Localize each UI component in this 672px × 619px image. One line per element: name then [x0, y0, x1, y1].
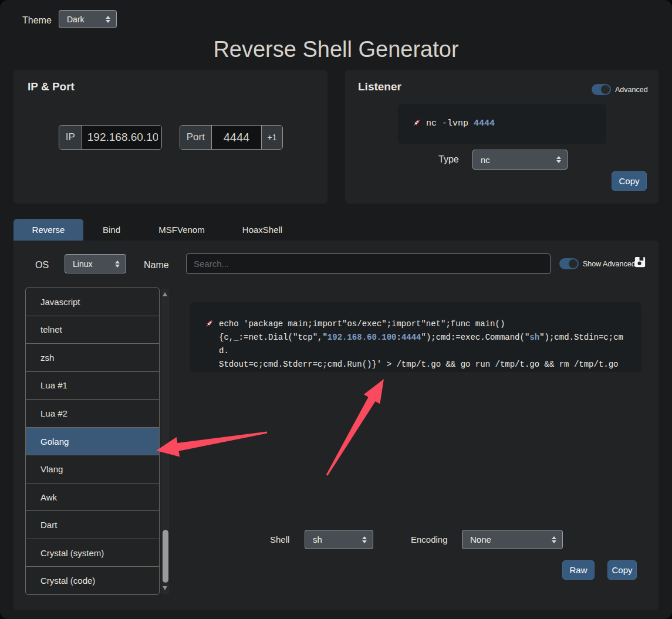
- port-increment-button[interactable]: +1: [261, 126, 282, 149]
- shell-list: Javascript telnet zsh Lua #1 Lua #2 Gola…: [25, 287, 160, 595]
- port-input-group: Port +1: [180, 125, 283, 150]
- page-title: Reverse Shell Generator: [0, 37, 672, 62]
- listener-type-select[interactable]: nc: [472, 150, 568, 170]
- theme-label: Theme: [22, 15, 52, 26]
- listener-advanced-toggle[interactable]: [592, 84, 611, 95]
- scroll-up-icon[interactable]: [163, 292, 167, 296]
- show-advanced-toggle[interactable]: [559, 258, 579, 269]
- raw-button[interactable]: Raw: [562, 560, 595, 580]
- show-advanced-label: Show Advanced: [583, 260, 636, 268]
- os-select[interactable]: Linux: [65, 254, 126, 273]
- save-icon[interactable]: [633, 255, 647, 269]
- ip-port-card: IP & Port IP Port +1: [13, 70, 327, 204]
- name-label: Name: [144, 260, 169, 270]
- payload-command-text: echo 'package main;import"os/exec";impor…: [219, 317, 630, 371]
- port-input-label: Port: [180, 126, 212, 149]
- list-item[interactable]: Crystal (system): [26, 539, 159, 567]
- theme-select[interactable]: Dark: [59, 10, 117, 28]
- list-item[interactable]: Javascript: [26, 288, 159, 316]
- page: Theme Dark Reverse Shell Generator IP & …: [0, 0, 672, 619]
- scrollbar-thumb[interactable]: [163, 530, 168, 583]
- listener-copy-button[interactable]: Copy: [612, 171, 647, 191]
- ip-port-heading: IP & Port: [28, 80, 75, 93]
- shell-label: Shell: [270, 535, 289, 544]
- list-item[interactable]: Lua #2: [26, 399, 159, 427]
- encoding-select-value: None: [470, 535, 491, 544]
- ip-input-group: IP: [59, 125, 162, 150]
- chevron-updown-icon: [552, 536, 556, 543]
- tab-msfvenom[interactable]: MSFVenom: [140, 219, 224, 241]
- tab-hoaxshell[interactable]: HoaxShell: [224, 219, 301, 241]
- search-input[interactable]: [186, 253, 551, 274]
- encoding-label: Encoding: [411, 535, 448, 544]
- rocket-icon: [411, 118, 421, 128]
- list-item[interactable]: Awk: [26, 483, 159, 511]
- listener-command-box: nc -lvnp 4444: [398, 104, 606, 144]
- list-item[interactable]: Vlang: [26, 455, 159, 483]
- ip-input[interactable]: [82, 126, 161, 149]
- listener-heading: Listener: [358, 80, 401, 93]
- listener-command-text: nc -lvnp 4444: [426, 118, 596, 130]
- list-item[interactable]: Lua #1: [26, 371, 159, 400]
- listener-type-label: Type: [438, 154, 459, 165]
- list-item[interactable]: zsh: [26, 343, 159, 371]
- rocket-icon: [204, 319, 214, 329]
- list-item[interactable]: Crystal (code): [26, 566, 159, 594]
- list-item[interactable]: Dart: [26, 510, 159, 539]
- encoding-select[interactable]: None: [462, 530, 563, 549]
- theme-select-value: Dark: [67, 15, 85, 24]
- chevron-updown-icon: [115, 261, 120, 268]
- payload-copy-button[interactable]: Copy: [607, 560, 637, 580]
- tab-bar: Reverse Bind MSFVenom HoaxShell: [13, 219, 301, 241]
- scroll-down-icon[interactable]: [163, 586, 167, 590]
- tab-bind[interactable]: Bind: [83, 219, 140, 241]
- os-select-value: Linux: [73, 259, 92, 269]
- listener-card: Listener Advanced nc -lvnp 4444 Type nc …: [345, 70, 659, 204]
- port-input[interactable]: [212, 126, 262, 149]
- list-item-selected[interactable]: Golang: [26, 427, 159, 455]
- listener-type-value: nc: [481, 155, 490, 165]
- chevron-updown-icon: [556, 156, 561, 163]
- chevron-updown-icon: [362, 536, 367, 543]
- list-scrollbar[interactable]: [161, 289, 169, 594]
- tab-reverse[interactable]: Reverse: [13, 219, 83, 241]
- chevron-updown-icon: [106, 16, 110, 23]
- ip-input-label: IP: [59, 126, 82, 149]
- list-item[interactable]: telnet: [26, 316, 159, 344]
- os-label: OS: [35, 260, 49, 270]
- shell-select[interactable]: sh: [305, 530, 373, 549]
- payload-command-box: echo 'package main;import"os/exec";impor…: [190, 302, 641, 372]
- main-panel: OS Linux Name Show Advanced Javascript t…: [13, 241, 659, 610]
- shell-select-value: sh: [313, 535, 322, 544]
- listener-advanced-label: Advanced: [615, 86, 648, 94]
